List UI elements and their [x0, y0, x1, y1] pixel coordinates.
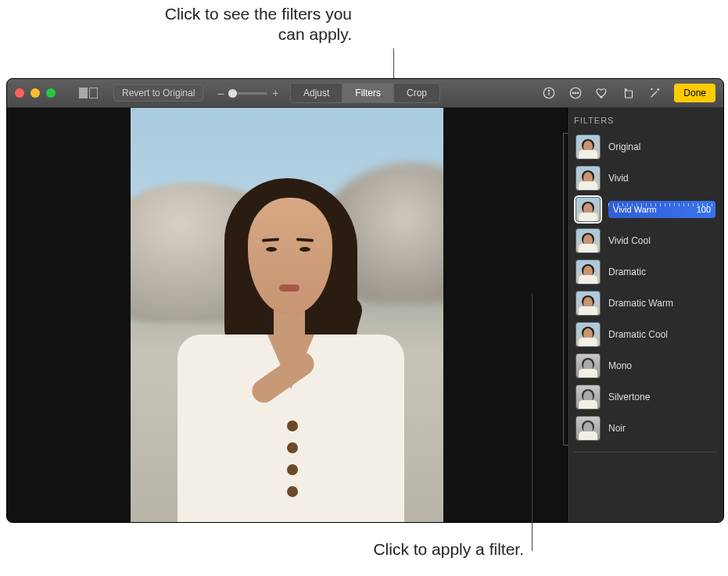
- filter-thumbnail: [576, 197, 601, 222]
- filter-thumbnail: [576, 353, 601, 378]
- edit-mode-segmented-control: Adjust Filters Crop: [290, 83, 440, 103]
- info-icon[interactable]: [541, 85, 557, 101]
- zoom-in-button[interactable]: +: [272, 87, 278, 99]
- toolbar: Revert to Original – + Adjust Filters Cr…: [7, 79, 723, 108]
- filter-intensity-slider[interactable]: Vivid Warm100: [608, 201, 715, 218]
- callout-leader-top: [393, 48, 394, 80]
- done-button[interactable]: Done: [674, 84, 715, 102]
- revert-to-original-button[interactable]: Revert to Original: [113, 84, 203, 102]
- filter-thumbnail: [576, 291, 601, 316]
- filter-label: Noir: [608, 423, 626, 434]
- filter-thumbnail: [576, 385, 601, 410]
- svg-point-5: [576, 92, 577, 94]
- filter-thumbnail: [576, 134, 601, 159]
- favorite-heart-icon[interactable]: [594, 85, 610, 101]
- filter-label: Original: [608, 141, 640, 152]
- filter-list: OriginalVividVivid Warm100Vivid CoolDram…: [574, 131, 717, 444]
- callout-leader-bottom: [532, 293, 533, 551]
- close-window-button[interactable]: [15, 88, 24, 98]
- filter-mono[interactable]: Mono: [574, 350, 717, 381]
- filters-panel-title: FILTERS: [574, 116, 717, 125]
- panel-divider: [574, 452, 717, 453]
- svg-rect-7: [626, 91, 633, 98]
- filter-silvertone[interactable]: Silvertone: [574, 381, 717, 413]
- filter-vivid[interactable]: Vivid: [574, 163, 717, 194]
- tab-adjust[interactable]: Adjust: [291, 84, 342, 102]
- more-icon[interactable]: [568, 85, 583, 101]
- zoom-slider[interactable]: [228, 92, 267, 95]
- filter-thumbnail: [576, 166, 601, 191]
- filter-original[interactable]: Original: [574, 131, 717, 163]
- photos-edit-window: Revert to Original – + Adjust Filters Cr…: [6, 78, 724, 523]
- filter-thumbnail: [576, 322, 601, 347]
- photo-preview: [131, 108, 443, 523]
- tab-crop[interactable]: Crop: [394, 84, 439, 102]
- filter-label: Dramatic: [608, 267, 646, 277]
- rotate-icon[interactable]: [621, 85, 637, 101]
- filter-dramatic-cool[interactable]: Dramatic Cool: [574, 319, 717, 350]
- window-controls: [15, 88, 56, 98]
- filter-label: Dramatic Cool: [608, 329, 668, 340]
- filter-thumbnail: [576, 228, 601, 253]
- tab-filters[interactable]: Filters: [342, 84, 394, 102]
- filter-intensity-value: 100: [697, 205, 711, 214]
- auto-enhance-icon[interactable]: [647, 85, 663, 101]
- filter-thumbnail: [576, 259, 601, 284]
- svg-point-6: [578, 92, 579, 94]
- zoom-control: – +: [217, 87, 278, 99]
- minimize-window-button[interactable]: [30, 88, 40, 98]
- filter-label: Dramatic Warm: [608, 298, 673, 309]
- filter-vivid-warm[interactable]: Vivid Warm100: [574, 194, 717, 225]
- filter-dramatic-warm[interactable]: Dramatic Warm: [574, 288, 717, 319]
- zoom-out-button[interactable]: –: [217, 87, 224, 99]
- filter-thumbnail: [576, 416, 601, 441]
- callout-apply-filter: Click to apply a filter.: [305, 539, 524, 560]
- filter-label: Vivid Warm: [613, 205, 657, 214]
- filters-panel: FILTERS OriginalVividVivid Warm100Vivid …: [567, 108, 723, 523]
- svg-point-4: [573, 92, 575, 94]
- compare-split-toggle[interactable]: [79, 88, 98, 98]
- filter-label: Vivid: [608, 173, 629, 184]
- filter-label: Vivid Cool: [608, 235, 651, 246]
- svg-point-2: [549, 90, 550, 91]
- filter-noir[interactable]: Noir: [574, 413, 717, 444]
- callout-bracket: [563, 133, 565, 445]
- filter-dramatic[interactable]: Dramatic: [574, 256, 717, 288]
- callout-filters-tab: Click to see the filters you can apply.: [149, 4, 352, 45]
- photo-canvas: [7, 108, 567, 523]
- zoom-window-button[interactable]: [46, 88, 56, 98]
- filter-label: Silvertone: [608, 392, 650, 402]
- filter-vivid-cool[interactable]: Vivid Cool: [574, 225, 717, 256]
- filter-label: Mono: [608, 360, 632, 371]
